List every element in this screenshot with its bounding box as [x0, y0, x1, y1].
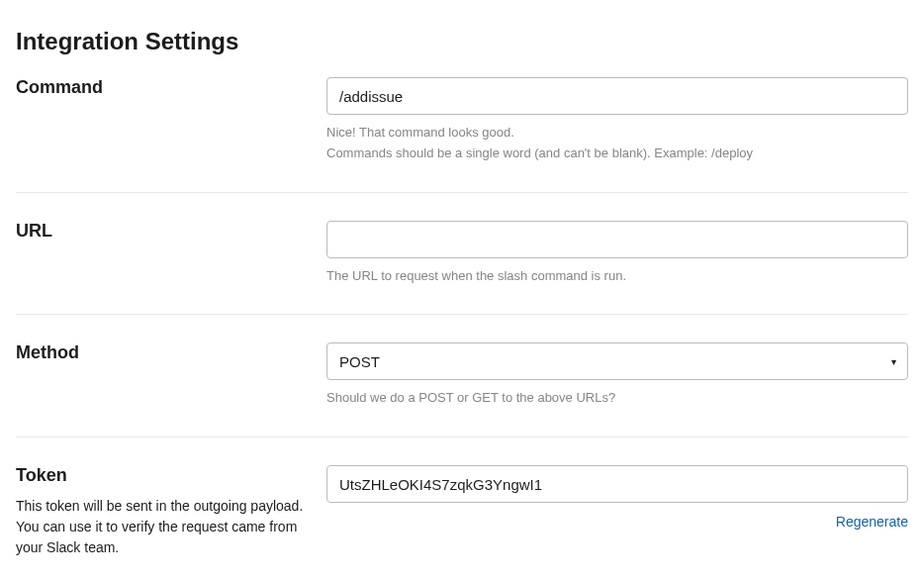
url-section: URL The URL to request when the slash co… [16, 221, 908, 316]
token-section: Token This token will be sent in the out… [16, 465, 908, 558]
command-input[interactable] [326, 77, 908, 115]
method-section: Method POST ▾ Should we do a POST or GET… [16, 342, 908, 437]
command-help-line1: Nice! That command looks good. [326, 125, 514, 140]
token-desc: This token will be sent in the outgoing … [16, 496, 307, 558]
regenerate-link[interactable]: Regenerate [836, 514, 908, 530]
url-label: URL [16, 221, 307, 242]
token-input[interactable] [326, 465, 908, 503]
command-section: Command Nice! That command looks good. C… [16, 77, 908, 193]
token-label: Token [16, 465, 307, 486]
url-input[interactable] [326, 221, 908, 258]
page-title: Integration Settings [16, 28, 908, 55]
command-help-line2: Commands should be a single word (and ca… [326, 145, 753, 160]
url-help: The URL to request when the slash comman… [326, 266, 908, 287]
method-help: Should we do a POST or GET to the above … [326, 388, 908, 409]
method-select[interactable]: POST [326, 342, 908, 380]
method-label: Method [16, 342, 307, 363]
command-label: Command [16, 77, 307, 98]
command-help: Nice! That command looks good. Commands … [326, 123, 908, 164]
